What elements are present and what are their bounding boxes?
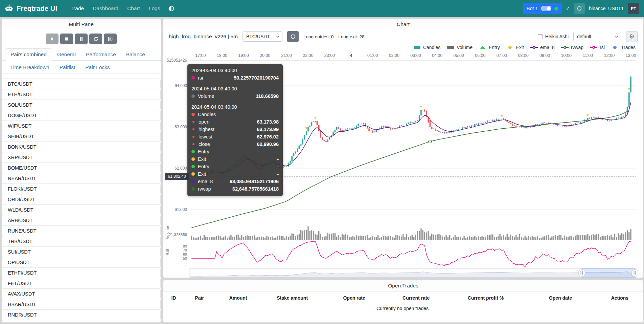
chart-panel: Chart high_frog_binance_v226 | 5m BTC/US… xyxy=(163,19,643,278)
tab-performance[interactable]: Performance xyxy=(81,49,121,60)
nav-link-chart[interactable]: Chart xyxy=(123,5,144,12)
legend-exit-icon xyxy=(506,45,514,50)
pair-list-item[interactable]: FLOKI/USDT xyxy=(2,183,161,194)
time-axis: 17:0018:0019:0020:0021:0022:0023:00401:0… xyxy=(190,53,636,60)
long-entries-label: Long entries: 0 xyxy=(303,34,334,39)
pair-list-item[interactable]: ARB/USDT xyxy=(2,215,161,226)
pair-list-item[interactable]: SOL/USDT xyxy=(2,100,161,110)
legend-volume[interactable]: Volume xyxy=(446,45,473,50)
pair-select[interactable]: BTC/USDT xyxy=(243,31,282,42)
legend-ema-8[interactable]: ema_8 xyxy=(530,45,555,50)
pair-list-item[interactable]: RNDR/USDT xyxy=(2,309,161,320)
pair-list-item[interactable]: BONK/USDT xyxy=(2,142,161,152)
svg-text:63,000: 63,000 xyxy=(175,125,187,129)
pause-icon xyxy=(79,37,84,41)
pair-list-item[interactable]: TRB/USDT xyxy=(2,236,161,247)
tooltip-value: 63,085.948152171906 xyxy=(230,179,279,184)
navbar-refresh-button[interactable] xyxy=(574,3,585,14)
tooltip-row-open: open63,173.98 xyxy=(191,118,279,126)
pair-list-item[interactable]: DOGE/USDT xyxy=(2,110,161,121)
tooltip-label: rsi xyxy=(198,75,203,81)
tooltip-row-entry: Entry- xyxy=(191,163,279,170)
pair-list-item[interactable]: OP/USDT xyxy=(2,257,161,268)
heikin-ashi-checkbox[interactable] xyxy=(538,34,543,39)
pair-list-item[interactable]: WIF/USDT xyxy=(2,121,161,131)
bot-selector[interactable]: Bot 1 xyxy=(523,3,562,14)
datazoom-slider[interactable] xyxy=(190,268,638,277)
legend-candles[interactable]: Candles xyxy=(413,45,440,50)
tab-balance[interactable]: Balance xyxy=(121,49,150,60)
pair-list-item[interactable]: XRP/USDT xyxy=(2,152,161,163)
bot-online-toggle[interactable] xyxy=(541,6,551,11)
table-row: Currently no open trades. xyxy=(163,303,643,314)
tooltip-row-lowest: lowest62,976.02 xyxy=(191,133,279,141)
pair-list-item[interactable]: NEAR/USDT xyxy=(2,173,161,184)
gear-icon: ⚙ xyxy=(629,33,635,40)
series-marker xyxy=(192,121,194,123)
legend-rvwap[interactable]: rvwap xyxy=(560,45,583,50)
pair-list-item[interactable]: AR/USDT xyxy=(2,320,161,323)
pair-list-item[interactable]: ETH/USDT xyxy=(2,89,161,100)
tab-general[interactable]: General xyxy=(52,49,81,60)
pair-list-item[interactable]: FET/USDT xyxy=(2,278,161,289)
svg-text:12:00: 12:00 xyxy=(604,53,615,58)
nav-link-dashboard[interactable]: Dashboard xyxy=(88,5,123,12)
plot-settings-button[interactable]: ⚙ xyxy=(626,31,638,42)
pair-list-item[interactable]: WLD/USDT xyxy=(2,204,161,215)
tooltip-label: highest xyxy=(199,127,214,132)
tab-pairlist[interactable]: Pairlist xyxy=(54,62,80,73)
heikin-ashi-toggle[interactable]: Heikin Ashi xyxy=(538,34,569,39)
plot-config-select[interactable]: default xyxy=(573,32,621,41)
plot-config-value: default xyxy=(577,34,591,39)
nav-link-logs[interactable]: Logs xyxy=(144,5,165,12)
nav-link-trade[interactable]: Trade xyxy=(66,5,88,12)
legend-trades[interactable]: Trades xyxy=(611,45,636,50)
stop-button[interactable] xyxy=(60,34,73,44)
column-header-amount: Amount xyxy=(215,293,261,303)
tab-pairs-combined[interactable]: Pairs combined xyxy=(5,48,52,61)
datazoom-handle-left[interactable] xyxy=(578,269,585,276)
reload-config-button[interactable] xyxy=(89,34,102,44)
user-avatar[interactable]: FT xyxy=(628,3,639,14)
play-icon xyxy=(50,37,54,41)
top-navbar: Freqtrade UI TradeDashboardChartLogs Bot… xyxy=(0,0,644,17)
tab-pair-locks[interactable]: Pair Locks xyxy=(80,62,115,73)
svg-text:60: 60 xyxy=(183,252,187,256)
start-button[interactable] xyxy=(46,34,59,44)
legend-rsi[interactable]: rsi xyxy=(589,45,605,50)
legend-exit[interactable]: Exit xyxy=(506,45,524,50)
theme-toggle-button[interactable] xyxy=(164,6,178,12)
chart-refresh-button[interactable] xyxy=(287,31,299,42)
series-marker xyxy=(191,94,195,98)
pair-list-item[interactable]: SUI/USDT xyxy=(2,246,161,257)
svg-text:61,802.40: 61,802.40 xyxy=(168,174,186,179)
svg-text:19:00: 19:00 xyxy=(238,53,249,58)
pair-list-item[interactable]: SHIB/USDT xyxy=(2,131,161,142)
open-trades-title: Open Trades xyxy=(163,280,643,291)
svg-text:01:00: 01:00 xyxy=(367,53,378,58)
svg-text:08:00: 08:00 xyxy=(518,53,528,58)
pair-list-item[interactable]: ETHFI/USDT xyxy=(2,267,161,278)
pair-list-item[interactable]: RUNE/USDT xyxy=(2,225,161,236)
svg-text:21,325856: 21,325856 xyxy=(169,233,187,237)
pair-list-item[interactable]: HBAR/USDT xyxy=(2,299,161,310)
datazoom-handle-right[interactable] xyxy=(631,269,638,276)
clear-trades-button[interactable] xyxy=(104,34,117,44)
column-header-current-profit-: Current profit % xyxy=(447,293,525,303)
pair-list-item[interactable]: BOME/USDT xyxy=(2,163,161,173)
pair-list-item[interactable]: ORDI/USDT xyxy=(2,194,161,205)
pair-list-item[interactable]: BTC/USDT xyxy=(2,79,161,89)
legend-entry[interactable]: Entry xyxy=(478,45,500,50)
tooltip-label: Exit xyxy=(198,171,206,177)
series-marker xyxy=(191,187,195,191)
svg-text:50: 50 xyxy=(183,256,187,260)
series-marker xyxy=(191,150,195,153)
pause-button[interactable] xyxy=(75,34,88,44)
svg-text:07:00: 07:00 xyxy=(497,53,507,58)
tab-time-breakdown[interactable]: Time Breakdown xyxy=(5,62,54,73)
pair-list-item[interactable]: AVAX/USDT xyxy=(2,288,161,299)
freqtrade-robot-icon xyxy=(5,4,14,13)
tooltip-label: Entry xyxy=(198,149,209,154)
svg-text:80: 80 xyxy=(183,244,187,248)
tooltip-timestamp: 2024-05-04 03:40:00 xyxy=(191,86,279,91)
